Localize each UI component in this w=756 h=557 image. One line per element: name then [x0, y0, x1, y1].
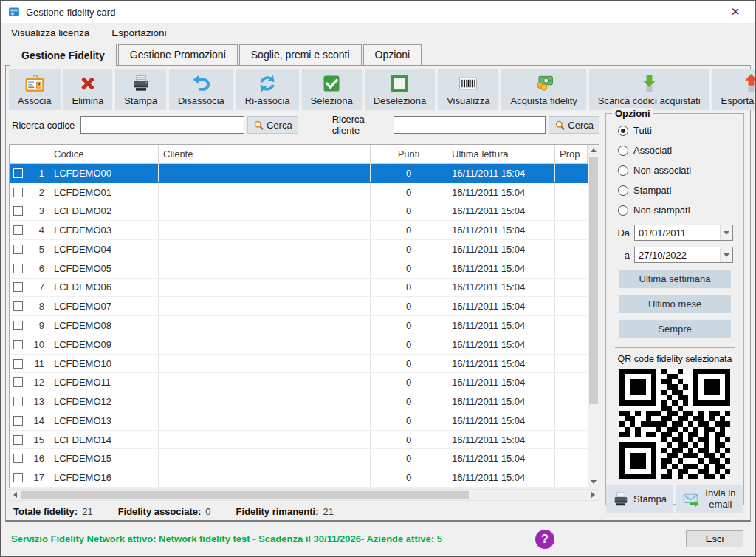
checkbox-icon[interactable] — [13, 225, 23, 235]
tab-gestione-fidelity[interactable]: Gestione Fidelity — [10, 44, 117, 66]
table-row[interactable]: 12LCFDEMO11016/11/2011 15:04 — [10, 373, 588, 392]
table-row[interactable]: 7LCFDEMO06016/11/2011 15:04 — [10, 278, 588, 298]
row-checkbox[interactable] — [10, 164, 27, 182]
scroll-up-arrow[interactable] — [588, 145, 599, 156]
row-checkbox[interactable] — [10, 240, 27, 259]
table-row[interactable]: 14LCFDEMO13016/11/2011 15:04 — [10, 411, 588, 431]
search-client-button[interactable]: Cerca — [549, 116, 599, 134]
radio-icon[interactable] — [618, 126, 628, 136]
table-row[interactable]: 1LCFDEMO00016/11/2011 15:04 — [10, 164, 588, 183]
table-row[interactable]: 10LCFDEMO09016/11/2011 15:04 — [10, 335, 588, 355]
table-row[interactable]: 11LCFDEMO10016/11/2011 15:04 — [10, 355, 588, 374]
row-checkbox[interactable] — [10, 221, 27, 239]
table-row[interactable]: 3LCFDEMO02016/11/2011 15:04 — [10, 202, 588, 222]
table-row[interactable]: 9LCFDEMO08016/11/2011 15:04 — [10, 316, 588, 335]
acquista-fidelity-button[interactable]: Acquista fidelity — [501, 69, 585, 110]
deseleziona-button[interactable]: Deseleziona — [365, 69, 436, 110]
row-checkbox[interactable] — [10, 297, 27, 315]
vertical-scrollbar[interactable] — [588, 145, 599, 488]
table-row[interactable]: 17LCFDEMO16016/11/2011 15:04 — [10, 468, 588, 488]
radio-stampati[interactable]: Stampati — [618, 185, 736, 196]
header-ultima-lettura[interactable]: Ultima lettura — [447, 145, 555, 163]
menu-item-visualizza-licenza[interactable]: Visualizza licenza — [11, 27, 89, 38]
seleziona-button[interactable]: Seleziona — [302, 69, 362, 110]
scroll-left-arrow[interactable] — [10, 490, 21, 500]
radio-icon[interactable] — [618, 185, 628, 196]
elimina-button[interactable]: Elimina — [63, 69, 113, 110]
tab-gestione-promozioni[interactable]: Gestione Promozioni — [118, 44, 238, 65]
checkbox-icon[interactable] — [13, 359, 23, 369]
header-punti[interactable]: Punti — [371, 145, 447, 163]
tab-opzioni[interactable]: Opzioni — [363, 44, 422, 65]
menu-item-esportazioni[interactable]: Esportazioni — [111, 27, 166, 38]
table-row[interactable]: 13LCFDEMO12016/11/2011 15:04 — [10, 392, 588, 411]
row-checkbox[interactable] — [10, 431, 27, 449]
close-icon[interactable]: ✕ — [723, 5, 748, 18]
search-code-button[interactable]: Cerca — [247, 116, 298, 134]
checkbox-icon[interactable] — [13, 454, 23, 463]
exit-button[interactable]: Esci — [686, 530, 743, 547]
date-from-combo[interactable]: 01/01/2011 — [634, 225, 733, 241]
scroll-right-arrow[interactable] — [588, 490, 599, 500]
row-checkbox[interactable] — [10, 278, 27, 297]
scroll-down-arrow[interactable] — [588, 476, 599, 488]
search-code-input[interactable] — [80, 116, 244, 134]
checkbox-icon[interactable] — [13, 301, 23, 311]
ri-associa-button[interactable]: Ri-associa — [236, 69, 299, 110]
row-checkbox[interactable] — [10, 411, 27, 430]
radio-non-stampati[interactable]: Non stampati — [618, 205, 736, 216]
help-icon[interactable]: ? — [535, 530, 554, 549]
horizontal-scroll-thumb[interactable] — [21, 491, 469, 499]
checkbox-icon[interactable] — [13, 397, 23, 406]
radio-non-associati[interactable]: Non associati — [618, 165, 736, 176]
stampa-button[interactable]: Stampa — [115, 69, 166, 110]
header-codice[interactable]: Codice — [49, 145, 159, 163]
row-checkbox[interactable] — [10, 316, 27, 335]
row-checkbox[interactable] — [10, 449, 27, 468]
scarica-codici-acquistati-button[interactable]: Scarica codici acquistati — [589, 69, 709, 110]
checkbox-icon[interactable] — [13, 377, 23, 387]
checkbox-icon[interactable] — [13, 188, 23, 197]
esporta-codici-button[interactable]: Esporta codici — [712, 69, 756, 110]
header-prop[interactable]: Prop — [555, 145, 588, 163]
ultimo-mese-button[interactable]: Ultimo mese — [619, 295, 731, 313]
chevron-down-icon[interactable] — [720, 225, 732, 240]
visualizza-button[interactable]: Visualizza — [438, 69, 498, 110]
vertical-scroll-thumb[interactable] — [589, 157, 598, 404]
row-checkbox[interactable] — [10, 392, 27, 411]
checkbox-icon[interactable] — [13, 416, 23, 426]
checkbox-icon[interactable] — [13, 245, 23, 254]
disassocia-button[interactable]: Disassocia — [169, 69, 233, 110]
row-checkbox[interactable] — [10, 259, 27, 278]
row-checkbox[interactable] — [10, 468, 27, 487]
checkbox-icon[interactable] — [13, 473, 23, 482]
tab-soglie-premi-e-sconti[interactable]: Soglie, premi e sconti — [239, 44, 362, 65]
radio-icon[interactable] — [618, 165, 628, 176]
radio-associati[interactable]: Associati — [618, 145, 736, 156]
row-checkbox[interactable] — [10, 183, 27, 202]
header-cliente[interactable]: Cliente — [159, 145, 371, 163]
table-row[interactable]: 16LCFDEMO15016/11/2011 15:04 — [10, 449, 588, 468]
table-row[interactable]: 2LCFDEMO01016/11/2011 15:04 — [10, 183, 588, 202]
checkbox-icon[interactable] — [13, 168, 23, 178]
table-row[interactable]: 15LCFDEMO14016/11/2011 15:04 — [10, 431, 588, 450]
table-row[interactable]: 4LCFDEMO03016/11/2011 15:04 — [10, 221, 588, 240]
checkbox-icon[interactable] — [13, 282, 23, 292]
send-email-button[interactable]: Invia in email — [676, 485, 743, 513]
row-checkbox[interactable] — [10, 355, 27, 373]
table-row[interactable]: 6LCFDEMO05016/11/2011 15:04 — [10, 259, 588, 278]
table-row[interactable]: 5LCFDEMO04016/11/2011 15:04 — [10, 240, 588, 259]
associa-button[interactable]: Associa — [9, 69, 61, 110]
checkbox-icon[interactable] — [13, 206, 23, 216]
search-client-input[interactable] — [394, 116, 546, 134]
radio-icon[interactable] — [618, 205, 628, 216]
horizontal-scrollbar[interactable] — [9, 489, 599, 501]
sempre-button[interactable]: Sempre — [619, 320, 731, 338]
checkbox-icon[interactable] — [13, 264, 23, 273]
checkbox-icon[interactable] — [13, 435, 23, 445]
radio-tutti[interactable]: Tutti — [618, 125, 736, 136]
table-row[interactable]: 8LCFDEMO07016/11/2011 15:04 — [10, 297, 588, 316]
ultima-settimana-button[interactable]: Ultima settimana — [619, 270, 731, 288]
row-checkbox[interactable] — [10, 202, 27, 221]
radio-icon[interactable] — [618, 146, 628, 156]
